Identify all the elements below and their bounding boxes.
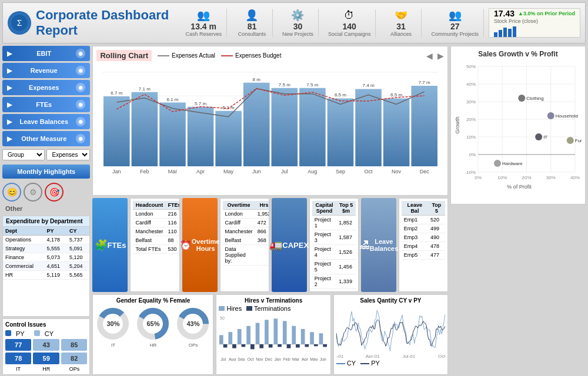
right-panel: Sales Growth v % Profit 0%10%20%30%40%-1…: [450, 46, 586, 375]
svg-text:30%: 30%: [466, 99, 476, 105]
kpi-alliances: 🤝 31 Alliances: [380, 9, 422, 37]
chart-header: Rolling Chart Expenses Actual Expenses B…: [96, 50, 444, 61]
donut-hr: 65% HR: [135, 306, 171, 348]
rolling-chart-container: Rolling Chart Expenses Actual Expenses B…: [92, 46, 448, 196]
svg-rect-21: [188, 107, 214, 166]
svg-rect-36: [328, 98, 354, 166]
nav-arrow-icon: ▶: [7, 50, 12, 58]
svg-rect-59: [233, 344, 237, 348]
svg-text:Jun: Jun: [320, 357, 326, 361]
table-row: Cardiff116: [133, 219, 179, 227]
sales-qty-legend: CY PY: [336, 360, 445, 367]
table-row: London216: [133, 210, 179, 219]
next-arrow-icon[interactable]: ▶: [437, 51, 444, 61]
svg-text:Σ: Σ: [17, 18, 22, 28]
svg-text:0%: 0%: [469, 152, 476, 157]
svg-text:7.1 m: 7.1 m: [139, 86, 151, 92]
gear-icon[interactable]: ⚙: [24, 183, 42, 202]
svg-text:Apr: Apr: [197, 169, 205, 174]
control-cell: 82: [61, 352, 88, 364]
sidebar: ▶ EBIT ◉ ▶ Revenue ◉ ▶ Expenses ◉ ▶ FTEs…: [2, 46, 90, 375]
nav-revenue[interactable]: ▶ Revenue ◉: [2, 63, 90, 78]
svg-text:Jul: Jul: [282, 169, 289, 174]
nav-leave-balances[interactable]: ▶ Leave Balances ◉: [2, 114, 90, 129]
table-row: London1,952: [223, 210, 269, 219]
nav-circle-icon: ◉: [76, 49, 85, 58]
prev-arrow-icon[interactable]: ◀: [426, 51, 433, 61]
table-row: Total FTEs530: [133, 245, 179, 254]
svg-rect-70: [265, 320, 269, 345]
svg-rect-83: [305, 344, 309, 347]
svg-text:20%: 20%: [466, 117, 476, 122]
svg-text:Clothing: Clothing: [526, 96, 543, 101]
svg-text:Sep: Sep: [238, 357, 246, 361]
overtime-widget-label: ⏰ Overtime Hours: [182, 198, 218, 292]
cy-col-header: CY: [67, 227, 89, 236]
control-issues: Control Issues PY CY 774385785982 IT HR …: [2, 318, 90, 375]
target-icon: 🎯: [45, 183, 64, 202]
svg-rect-24: [216, 111, 242, 166]
svg-point-133: [567, 137, 574, 144]
chart-nav-arrows: ◀ ▶: [426, 51, 444, 61]
svg-text:Feb: Feb: [141, 169, 150, 174]
py-col-header: PY: [45, 227, 67, 236]
svg-rect-64: [247, 326, 251, 344]
svg-text:Dec: Dec: [265, 357, 273, 361]
svg-text:30%: 30%: [546, 175, 556, 180]
svg-text:Mar: Mar: [168, 169, 178, 174]
svg-point-125: [494, 160, 501, 167]
control-labels: IT HR OPs: [5, 366, 87, 372]
svg-point-131: [547, 112, 554, 119]
sales-qty-chart: Sales Qantity CY v PY Jan-01Apr-01Jul-01…: [333, 294, 448, 375]
svg-rect-58: [229, 333, 233, 345]
kpi-new-projects: ⚙️ 30 New Projects: [278, 9, 319, 37]
svg-text:% of Profit: % of Profit: [507, 184, 532, 190]
svg-text:7.5 m: 7.5 m: [279, 82, 290, 88]
kpi-cash-reserves: 👥 13.4 m Cash Reserves: [181, 9, 227, 37]
svg-text:20%: 20%: [522, 175, 531, 180]
table-row: Project 11,852: [312, 216, 356, 230]
nav-expenses[interactable]: ▶ Expenses ◉: [2, 80, 90, 95]
nav-ftes[interactable]: ▶ FTEs ◉: [2, 97, 90, 112]
svg-text:0%: 0%: [475, 175, 482, 180]
capex-table: Capital Spend Top 5 $m Project 11,852Pro…: [309, 198, 359, 292]
svg-text:Furniture: Furniture: [575, 138, 582, 143]
group-select[interactable]: Group: [2, 149, 45, 160]
hires-legend: Hires Terminations: [219, 305, 328, 312]
hires-chart-area: JulAugSepOctNovDecJanFebMarAprMayJun500: [219, 314, 328, 361]
other-label: Other: [2, 203, 90, 214]
svg-rect-73: [274, 319, 278, 345]
svg-text:Oct: Oct: [248, 357, 254, 361]
svg-text:Sep: Sep: [336, 169, 345, 174]
title-text: Corporate Dashboard Report: [36, 8, 176, 38]
svg-rect-45: [412, 86, 438, 166]
svg-text:50: 50: [220, 316, 225, 320]
svg-text:Nov: Nov: [256, 357, 264, 361]
control-cell: 85: [61, 339, 88, 351]
monthly-highlights-btn[interactable]: Monthly Highlights: [2, 164, 90, 179]
svg-text:7.7 m: 7.7 m: [419, 80, 430, 85]
table-row: Manchester866: [223, 227, 269, 236]
svg-text:Jan: Jan: [113, 169, 122, 174]
svg-rect-2: [494, 32, 497, 37]
nav-other-measure[interactable]: ▶ Other Measure ◉: [2, 131, 90, 146]
svg-text:7.5 m: 7.5 m: [307, 82, 319, 88]
icons-row: 😊 ⚙ 🎯: [2, 183, 90, 202]
donut-ops: 43% OPs: [175, 306, 211, 348]
control-issues-title: Control Issues: [5, 321, 87, 328]
scatter-area: 0%10%20%30%40%-10%0%10%20%30%40%50%% of …: [455, 61, 582, 190]
nav-ebit[interactable]: ▶ EBIT ◉: [2, 46, 90, 61]
svg-rect-88: [319, 334, 323, 345]
table-row: Emp5477: [402, 251, 445, 260]
svg-text:Apr-01: Apr-01: [365, 354, 380, 358]
svg-text:6.5 m: 6.5 m: [335, 92, 346, 98]
table-row: Emp1520: [402, 216, 445, 224]
kpi-consultants: 👤 81 Consultants: [232, 9, 273, 37]
svg-rect-82: [301, 329, 305, 344]
svg-text:Mar: Mar: [292, 357, 300, 361]
svg-text:Dec: Dec: [420, 169, 430, 174]
bottom-row: Gender Equality % Female 30% IT: [92, 294, 448, 375]
expenses-select[interactable]: Expenses: [46, 149, 90, 160]
header: Σ Corporate Dashboard Report 👥 13.4 m Ca…: [2, 2, 586, 43]
control-cell: 77: [5, 339, 31, 351]
